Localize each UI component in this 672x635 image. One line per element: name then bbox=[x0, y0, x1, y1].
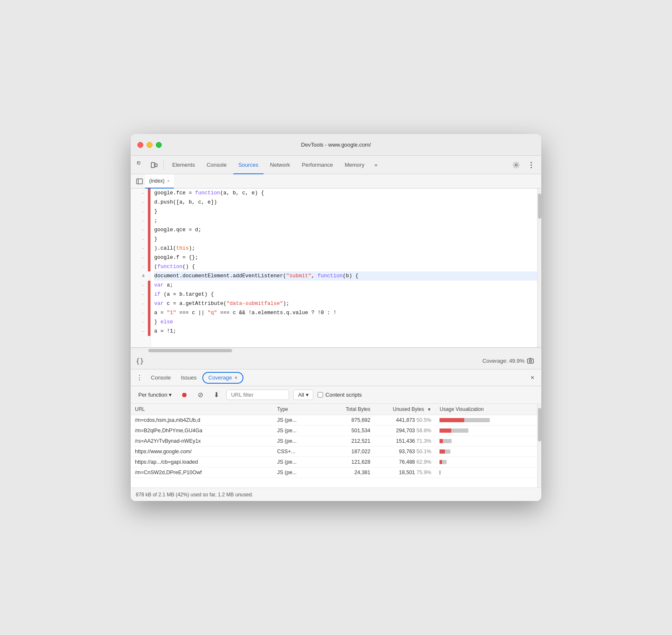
col-header-type[interactable]: Type bbox=[273, 404, 322, 415]
h-scrollbar-thumb[interactable] bbox=[148, 349, 232, 352]
coverage-table-container[interactable]: URL Type Total Bytes Unused Bytes bbox=[131, 404, 537, 488]
table-row[interactable]: /m=cdos,hsm,jsa,mb4ZUb,d JS (pe... 875,6… bbox=[131, 415, 537, 426]
all-filter-dropdown[interactable]: All ▾ bbox=[293, 390, 313, 400]
scrollbar-thumb[interactable] bbox=[538, 194, 541, 219]
file-tab-close[interactable]: × bbox=[167, 178, 170, 183]
file-tab-index[interactable]: (index) × bbox=[145, 174, 174, 188]
code-line-7: ).call(this); bbox=[154, 244, 537, 253]
bottom-panel: {} Coverage: 49.9% ⋮ Console Issues Cove… bbox=[131, 353, 541, 501]
col-header-usage-viz[interactable]: Usage Visualization bbox=[435, 404, 537, 415]
cell-total-bytes: 187,022 bbox=[322, 447, 375, 457]
content-scripts-checkbox[interactable] bbox=[318, 392, 323, 398]
horizontal-scrollbar[interactable] bbox=[131, 348, 541, 353]
table-row[interactable]: https://ap.../cb=gapi.loaded JS (pe... 1… bbox=[131, 457, 537, 467]
device-toggle-button[interactable] bbox=[148, 159, 160, 171]
table-row[interactable]: /m=B2qlPe,DhPYme,GU4Ga JS (pe... 501,534… bbox=[131, 426, 537, 436]
sidebar-toggle-button[interactable] bbox=[134, 176, 145, 187]
per-function-chevron: ▾ bbox=[169, 392, 172, 398]
cell-url: /rs=AA2YrTvBynad-nWEy1x bbox=[131, 436, 273, 447]
code-line-3: } bbox=[154, 207, 537, 216]
file-tabs-bar: (index) × bbox=[131, 174, 541, 188]
col-header-url[interactable]: URL bbox=[131, 404, 273, 415]
code-line-6: } bbox=[154, 235, 537, 244]
line-3: – bbox=[131, 207, 150, 216]
toolbar-right bbox=[510, 159, 537, 171]
cell-total-bytes: 212,521 bbox=[322, 436, 375, 447]
sort-arrow-icon: ▼ bbox=[427, 407, 432, 412]
cell-url: https://ap.../cb=gapi.loaded bbox=[131, 457, 273, 467]
code-line-9: (function() { bbox=[154, 262, 537, 271]
code-line-13: var c = a.getAttribute("data-submitfalse… bbox=[154, 299, 537, 308]
zoom-traffic-light[interactable] bbox=[156, 142, 162, 148]
format-icon[interactable]: {} bbox=[136, 357, 144, 365]
line-6: – bbox=[131, 235, 150, 244]
table-row[interactable]: https://www.google.com/ CSS+... 187,022 … bbox=[131, 447, 537, 457]
coverage-tab-close[interactable]: × bbox=[235, 375, 238, 381]
tab-elements[interactable]: Elements bbox=[167, 156, 200, 174]
svg-point-11 bbox=[530, 360, 532, 362]
cell-url: /m=CnSW2d,DPreE,P10Owf bbox=[131, 467, 273, 478]
cell-total-bytes: 501,534 bbox=[322, 426, 375, 436]
line-10: 4 bbox=[131, 271, 150, 281]
line-2: – bbox=[131, 198, 150, 207]
record-button[interactable]: ⏺ bbox=[178, 389, 190, 401]
code-line-2: d.push([a, b, c, e]) bbox=[154, 198, 537, 207]
code-line-15: } else bbox=[154, 318, 537, 327]
tab-performance[interactable]: Performance bbox=[297, 156, 338, 174]
line-12: – bbox=[131, 290, 150, 299]
per-function-dropdown[interactable]: Per function ▾ bbox=[136, 390, 174, 400]
tab-memory[interactable]: Memory bbox=[340, 156, 370, 174]
coverage-percentage: Coverage: 49.9% bbox=[483, 358, 525, 364]
table-scrollbar-thumb[interactable] bbox=[538, 408, 541, 441]
cell-url: /m=cdos,hsm,jsa,mb4ZUb,d bbox=[131, 415, 273, 426]
code-lines: google.fce = function(a, b, c, e) { d.pu… bbox=[151, 188, 537, 347]
tab-console[interactable]: Console bbox=[202, 156, 232, 174]
bottom-panel-close[interactable]: × bbox=[527, 372, 538, 383]
tab-more-button[interactable]: » bbox=[371, 162, 381, 168]
svg-point-6 bbox=[531, 164, 532, 165]
cell-type: JS (pe... bbox=[273, 436, 322, 447]
download-button[interactable]: ⬇ bbox=[210, 389, 222, 401]
col-header-unused-bytes[interactable]: Unused Bytes ▼ bbox=[375, 404, 436, 415]
cell-unused-bytes: 18,501 75.9% bbox=[375, 467, 436, 478]
tab-sources[interactable]: Sources bbox=[233, 156, 264, 174]
svg-point-7 bbox=[531, 167, 532, 168]
code-line-1: google.fce = function(a, b, c, e) { bbox=[154, 188, 537, 198]
bottom-tab-issues[interactable]: Issues bbox=[177, 369, 201, 386]
cell-unused-bytes: 441,873 50.5% bbox=[375, 415, 436, 426]
minimize-traffic-light[interactable] bbox=[147, 142, 152, 148]
cell-unused-bytes: 93,763 50.1% bbox=[375, 447, 436, 457]
clear-button[interactable]: ⊘ bbox=[194, 389, 206, 401]
toolbar-divider bbox=[163, 160, 164, 170]
line-11: – bbox=[131, 281, 150, 290]
table-row[interactable]: /rs=AA2YrTvBynad-nWEy1x JS (pe... 212,52… bbox=[131, 436, 537, 447]
coverage-table: URL Type Total Bytes Unused Bytes bbox=[131, 404, 537, 478]
bottom-tab-coverage[interactable]: Coverage × bbox=[202, 372, 243, 384]
col-header-total-bytes[interactable]: Total Bytes bbox=[322, 404, 375, 415]
inspect-mode-button[interactable] bbox=[135, 159, 147, 171]
line-16: – bbox=[131, 327, 150, 336]
cell-unused-bytes: 76,488 62.9% bbox=[375, 457, 436, 467]
cell-type: CSS+... bbox=[273, 447, 322, 457]
url-filter-input[interactable] bbox=[226, 390, 289, 400]
status-text: 878 kB of 2.1 MB (42%) used so far, 1.2 … bbox=[136, 492, 253, 498]
tab-network[interactable]: Network bbox=[265, 156, 295, 174]
title-bar: DevTools - www.google.com/ bbox=[131, 134, 541, 156]
settings-button[interactable] bbox=[510, 159, 522, 171]
more-options-button[interactable] bbox=[525, 159, 537, 171]
bottom-tab-menu-dots[interactable]: ⋮ bbox=[134, 372, 145, 383]
bottom-tab-console[interactable]: Console bbox=[147, 369, 175, 386]
close-traffic-light[interactable] bbox=[137, 142, 143, 148]
content-scripts-label[interactable]: Content scripts bbox=[318, 392, 362, 398]
table-main: URL Type Total Bytes Unused Bytes bbox=[131, 404, 537, 488]
cell-unused-bytes: 294,703 58.8% bbox=[375, 426, 436, 436]
window-title: DevTools - www.google.com/ bbox=[301, 142, 371, 148]
cell-unused-bytes: 151,436 71.3% bbox=[375, 436, 436, 447]
table-row[interactable]: /m=CnSW2d,DPreE,P10Owf JS (pe... 24,381 … bbox=[131, 467, 537, 478]
cell-usage-viz bbox=[435, 457, 537, 467]
vertical-scrollbar[interactable] bbox=[537, 188, 541, 347]
code-line-5: google.qce = d; bbox=[154, 225, 537, 235]
screenshot-button[interactable] bbox=[525, 355, 536, 367]
line-4: – bbox=[131, 216, 150, 225]
table-scrollbar[interactable] bbox=[537, 404, 541, 488]
